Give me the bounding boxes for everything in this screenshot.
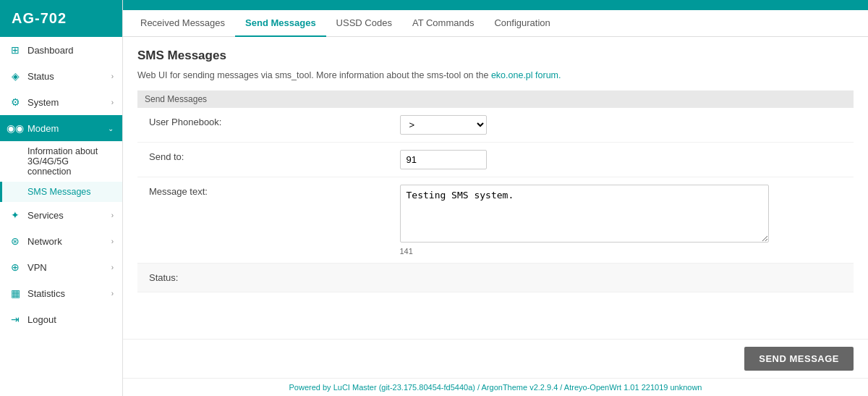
chevron-right-icon: ›	[111, 264, 114, 271]
page-content: SMS Messages Web UI for sending messages…	[123, 37, 868, 339]
send-to-input[interactable]	[400, 150, 487, 169]
modem-icon: ◉	[9, 122, 22, 135]
tab-configuration[interactable]: Configuration	[484, 10, 560, 37]
sidebar-label-modem: Modem	[27, 123, 108, 134]
vpn-icon	[9, 261, 22, 274]
sidebar-item-modem[interactable]: ◉ Modem ⌄	[0, 115, 122, 141]
send-to-control	[388, 143, 854, 177]
chevron-down-icon: ⌄	[108, 125, 114, 132]
message-text-control: Testing SMS system. 141	[388, 177, 854, 264]
user-phonebook-label: User Phonebook:	[137, 108, 388, 143]
chevron-right-icon: ›	[111, 290, 114, 298]
sidebar-label-system: System	[27, 97, 111, 108]
top-bar	[123, 0, 868, 10]
sidebar-label-services: Services	[27, 210, 111, 221]
tab-ussd-codes[interactable]: USSD Codes	[326, 10, 402, 37]
message-text-label: Message text:	[137, 177, 388, 264]
chevron-right-icon: ›	[111, 72, 114, 80]
sidebar-label-network: Network	[27, 236, 111, 247]
sidebar-item-system[interactable]: System ›	[0, 89, 122, 115]
sidebar-sub-item-info[interactable]: Information about 3G/4G/5G connection	[0, 141, 122, 182]
network-icon	[9, 235, 22, 248]
tabs-bar: Received Messages Send Messages USSD Cod…	[123, 10, 868, 37]
send-message-button[interactable]: SEND MESSAGE	[744, 347, 854, 371]
send-button-row: SEND MESSAGE	[123, 339, 868, 378]
sidebar-item-status[interactable]: Status ›	[0, 63, 122, 89]
sidebar-sub-label-info: Information about 3G/4G/5G connection	[27, 146, 98, 177]
sidebar-sub-item-sms[interactable]: SMS Messages	[0, 182, 122, 202]
user-phonebook-row: User Phonebook: >	[137, 108, 854, 143]
sidebar-label-status: Status	[27, 71, 111, 82]
status-label: Status:	[137, 264, 388, 292]
chevron-right-icon: ›	[111, 98, 114, 106]
status-value	[388, 264, 854, 292]
sidebar-item-vpn[interactable]: VPN ›	[0, 254, 122, 280]
page-description: Web UI for sending messages via sms_tool…	[137, 70, 854, 80]
sidebar-item-logout[interactable]: Logout	[0, 306, 122, 332]
send-to-row: Send to:	[137, 143, 854, 177]
content-area: Received Messages Send Messages USSD Cod…	[123, 10, 868, 396]
status-icon	[9, 69, 22, 83]
sidebar-label-statistics: Statistics	[27, 288, 111, 299]
status-row: Status:	[137, 264, 854, 292]
sidebar-label-dashboard: Dashboard	[27, 45, 114, 56]
services-icon	[9, 208, 22, 222]
user-phonebook-select[interactable]: >	[400, 115, 487, 135]
tab-send-messages[interactable]: Send Messages	[235, 10, 326, 37]
chevron-right-icon: ›	[111, 211, 114, 219]
page-desc-text: Web UI for sending messages via sms_tool…	[137, 70, 491, 80]
dashboard-icon	[9, 43, 22, 56]
statistics-icon	[9, 287, 22, 300]
sidebar-logo: AG-702	[0, 0, 122, 37]
footer: Powered by LuCI Master (git-23.175.80454…	[123, 378, 868, 396]
sidebar: AG-702 Dashboard Status › System › ◉ Mod…	[0, 0, 123, 396]
message-text-row: Message text: Testing SMS system. 141	[137, 177, 854, 264]
eko-forum-link[interactable]: eko.one.pl forum.	[491, 70, 561, 80]
page-title: SMS Messages	[137, 49, 854, 63]
sidebar-sub-label-sms: SMS Messages	[27, 187, 91, 197]
tab-at-commands[interactable]: AT Commands	[402, 10, 485, 37]
form-section-header: Send Messages	[137, 90, 854, 108]
tab-received-messages[interactable]: Received Messages	[130, 10, 235, 37]
chevron-right-icon: ›	[111, 237, 114, 245]
message-text-area[interactable]: Testing SMS system.	[400, 185, 769, 243]
main-content: Received Messages Send Messages USSD Cod…	[123, 0, 868, 396]
sidebar-label-logout: Logout	[27, 314, 114, 325]
user-phonebook-control: >	[388, 108, 854, 143]
logout-icon	[9, 313, 22, 326]
sidebar-item-network[interactable]: Network ›	[0, 228, 122, 254]
sidebar-item-services[interactable]: Services ›	[0, 202, 122, 228]
form-table: User Phonebook: > Send to: Message text:	[137, 108, 854, 292]
sidebar-item-statistics[interactable]: Statistics ›	[0, 280, 122, 306]
sidebar-label-vpn: VPN	[27, 262, 111, 273]
system-icon	[9, 96, 22, 109]
sidebar-item-dashboard[interactable]: Dashboard	[0, 37, 122, 63]
send-to-label: Send to:	[137, 143, 388, 177]
char-count: 141	[400, 247, 843, 256]
